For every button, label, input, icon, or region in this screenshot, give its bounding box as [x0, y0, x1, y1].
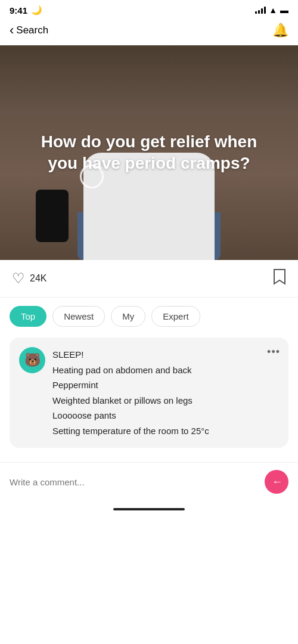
tab-expert[interactable]: Expert	[151, 306, 200, 327]
bear-icon: 🐻	[24, 352, 41, 368]
comment-line-4: Weighted blanket or pillows on legs	[52, 393, 279, 408]
tab-top[interactable]: Top	[10, 306, 46, 327]
nav-bar: ‹ Search 🔔	[0, 18, 298, 45]
comment-line-2: Heating pad on abdomen and back	[52, 363, 279, 378]
comment-line-3: Peppermint	[52, 377, 279, 393]
home-indicator	[0, 501, 298, 515]
play-button[interactable]	[80, 165, 104, 188]
moon-icon: 🌙	[31, 5, 42, 16]
status-icons: ▲ ▬	[255, 5, 288, 15]
comment-body: SLEEP! Heating pad on abdomen and back P…	[52, 347, 279, 438]
comment-line-1: SLEEP!	[52, 347, 279, 363]
comment-text: SLEEP! Heating pad on abdomen and back P…	[52, 347, 279, 438]
back-button[interactable]: ‹	[10, 23, 14, 38]
bell-icon[interactable]: 🔔	[272, 23, 288, 38]
comment-line-6: Setting temperature of the room to 25°c	[52, 423, 279, 439]
time-display: 9:41	[10, 5, 27, 16]
actions-row: ♡ 24K	[0, 260, 298, 298]
status-bar: 9:41 🌙 ▲ ▬	[0, 0, 298, 18]
send-button[interactable]: ↑	[265, 470, 288, 494]
wifi-icon: ▲	[269, 5, 277, 15]
nav-left: ‹ Search	[10, 23, 48, 38]
tab-my[interactable]: My	[111, 306, 145, 327]
battery-icon: ▬	[280, 5, 288, 15]
avatar: 🐻	[19, 347, 45, 373]
hero-image: How do you get relief when you have peri…	[0, 45, 298, 260]
search-label: Search	[16, 24, 48, 36]
like-count: 24K	[30, 273, 46, 284]
comment-section: 🐻 SLEEP! Heating pad on abdomen and back…	[0, 333, 298, 457]
comment-wrapper: 🐻 SLEEP! Heating pad on abdomen and back…	[10, 338, 288, 448]
comment-input[interactable]	[10, 477, 259, 487]
signal-icon	[255, 7, 266, 14]
status-time-area: 9:41 🌙	[10, 5, 42, 16]
phone-prop	[36, 190, 69, 242]
send-arrow-icon: ↑	[271, 479, 283, 485]
comment-line-5: Looooose pants	[52, 408, 279, 423]
heart-icon[interactable]: ♡	[12, 270, 25, 287]
write-comment-row: ↑	[0, 462, 298, 501]
more-options-button[interactable]: •••	[267, 346, 280, 358]
home-bar	[113, 508, 185, 510]
tabs-row: Top Newest My Expert	[0, 298, 298, 333]
bookmark-icon[interactable]	[273, 268, 286, 289]
comment-card: 🐻 SLEEP! Heating pad on abdomen and back…	[10, 338, 288, 448]
like-area: ♡ 24K	[12, 270, 46, 287]
hero-title: How do you get relief when you have peri…	[36, 131, 262, 175]
tab-newest[interactable]: Newest	[52, 306, 105, 327]
